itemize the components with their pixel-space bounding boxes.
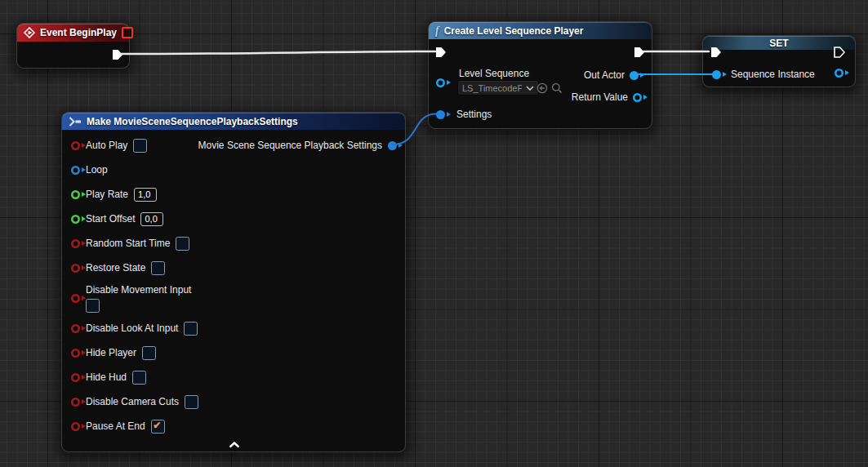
- hide-hud-checkbox[interactable]: [132, 371, 146, 385]
- level-sequence-asset-dropdown[interactable]: LS_TimecodePr: [457, 80, 539, 96]
- disable-movement-input-pin[interactable]: [71, 294, 80, 303]
- disable-camera-cuts-pin[interactable]: [71, 398, 80, 407]
- function-icon: f: [435, 25, 439, 37]
- random-start-time-checkbox[interactable]: [176, 237, 189, 251]
- settings-row: Settings: [436, 109, 492, 120]
- exec-out-pin[interactable]: [111, 48, 124, 61]
- delegate-pin[interactable]: [122, 27, 133, 38]
- sequence-instance-row: Sequence Instance: [712, 69, 815, 80]
- pin-row-play-rate: Play Rate 1,0: [71, 185, 397, 203]
- return-value-row: Return Value: [572, 91, 642, 103]
- node-set-variable[interactable]: SET Sequence Instance: [702, 35, 856, 87]
- node-title: Make MovieSceneSequencePlaybackSettings: [87, 116, 298, 127]
- hide-hud-label: Hide Hud: [86, 371, 127, 383]
- disable-movement-input-label: Disable Movement Input: [86, 284, 191, 296]
- node-make-header[interactable]: Make MovieSceneSequencePlaybackSettings: [62, 113, 405, 130]
- disable-movement-input-checkbox[interactable]: [86, 299, 100, 313]
- restore-state-pin[interactable]: [71, 264, 80, 273]
- node-title: Event BeginPlay: [40, 27, 117, 38]
- sequence-instance-pin[interactable]: [712, 70, 721, 79]
- disable-camera-cuts-checkbox[interactable]: [185, 395, 198, 409]
- pause-at-end-checkbox[interactable]: [151, 420, 165, 434]
- use-selected-asset-icon[interactable]: [536, 82, 548, 94]
- pin-row-disable-camera-cuts: Disable Camera Cuts: [71, 393, 397, 411]
- node-event-beginplay-header[interactable]: Event BeginPlay: [17, 24, 129, 42]
- node-create-level-sequence-player[interactable]: f Create Level Sequence Player Level Seq…: [428, 21, 652, 129]
- start-offset-pin[interactable]: [71, 215, 80, 224]
- disable-look-at-input-label: Disable Look At Input: [86, 322, 178, 334]
- node-create-header[interactable]: f Create Level Sequence Player: [429, 22, 652, 39]
- pin-row-hide-hud: Hide Hud: [71, 368, 397, 386]
- struct-output-label: Movie Scene Sequence Playback Settings: [198, 140, 382, 151]
- pin-row-hide-player: Hide Player: [71, 344, 397, 362]
- play-rate-pin[interactable]: [71, 190, 80, 199]
- disable-look-at-input-checkbox[interactable]: [184, 322, 198, 336]
- return-value-pin[interactable]: [633, 93, 642, 102]
- collapse-advanced-button[interactable]: [71, 438, 397, 451]
- pin-row-disable-movement-input: Disable Movement Input: [71, 283, 397, 313]
- chevron-up-icon: [229, 442, 240, 448]
- pin-row-loop: Loop: [71, 161, 397, 179]
- disable-camera-cuts-label: Disable Camera Cuts: [86, 396, 179, 407]
- random-start-time-pin[interactable]: [71, 239, 80, 248]
- pin-row-auto-play: Auto Play Movie Scene Sequence Playback …: [71, 136, 397, 154]
- start-offset-label: Start Offset: [86, 213, 135, 225]
- exec-out-pin[interactable]: [633, 46, 646, 59]
- node-title: Create Level Sequence Player: [444, 25, 584, 37]
- restore-state-label: Restore State: [86, 262, 145, 274]
- hide-player-pin[interactable]: [71, 349, 80, 358]
- pin-row-start-offset: Start Offset 0,0: [71, 210, 397, 228]
- settings-pin-label: Settings: [456, 109, 492, 120]
- exec-out-pin[interactable]: [833, 46, 846, 59]
- exec-in-pin[interactable]: [710, 46, 723, 59]
- auto-play-pin[interactable]: [71, 141, 80, 150]
- auto-play-checkbox[interactable]: [133, 139, 147, 153]
- node-event-beginplay[interactable]: Event BeginPlay: [16, 23, 130, 69]
- pin-row-pause-at-end: Pause At End: [71, 417, 397, 435]
- exec-in-pin[interactable]: [434, 46, 447, 59]
- asset-dropdown-value: LS_TimecodePr: [462, 83, 522, 93]
- chevron-down-icon: [526, 86, 534, 91]
- pause-at-end-label: Pause At End: [86, 420, 145, 432]
- hide-player-label: Hide Player: [86, 347, 136, 358]
- auto-play-label: Auto Play: [86, 140, 127, 151]
- settings-pin[interactable]: [436, 110, 445, 119]
- event-icon: [24, 27, 35, 38]
- return-value-pin-label: Return Value: [572, 91, 628, 103]
- blueprint-graph-canvas[interactable]: Event BeginPlay f Create Level Sequence …: [0, 0, 868, 467]
- start-offset-field[interactable]: 0,0: [140, 212, 163, 226]
- make-struct-icon: [69, 117, 82, 127]
- sequence-instance-pin-label: Sequence Instance: [731, 69, 815, 80]
- level-sequence-pin[interactable]: [436, 78, 445, 87]
- node-title: SET: [710, 38, 848, 49]
- node-make-playback-settings[interactable]: Make MovieSceneSequencePlaybackSettings …: [61, 112, 406, 452]
- disable-look-at-input-pin[interactable]: [71, 324, 80, 333]
- hide-player-checkbox[interactable]: [142, 346, 156, 360]
- restore-state-checkbox[interactable]: [151, 261, 165, 275]
- browse-asset-icon[interactable]: [551, 82, 563, 94]
- random-start-time-label: Random Start Time: [86, 238, 170, 249]
- playback-settings-output-pin[interactable]: [388, 141, 397, 150]
- set-output-pin[interactable]: [835, 69, 844, 78]
- level-sequence-pin-label: Level Sequence: [459, 68, 529, 79]
- out-actor-pin-label: Out Actor: [584, 69, 625, 81]
- pause-at-end-pin[interactable]: [71, 422, 80, 431]
- wire-exec-beginplay-to-create[interactable]: [120, 51, 435, 54]
- pin-row-disable-look-at-input: Disable Look At Input: [71, 319, 397, 337]
- hide-hud-pin[interactable]: [71, 373, 80, 382]
- pin-row-random-start-time: Random Start Time: [71, 234, 397, 252]
- play-rate-field[interactable]: 1,0: [134, 188, 157, 202]
- struct-output-row: Movie Scene Sequence Playback Settings: [198, 140, 397, 151]
- out-actor-row: Out Actor: [584, 69, 639, 81]
- play-rate-label: Play Rate: [86, 189, 128, 200]
- pin-row-restore-state: Restore State: [71, 259, 397, 277]
- loop-label: Loop: [86, 164, 108, 176]
- loop-pin[interactable]: [71, 166, 80, 175]
- out-actor-pin[interactable]: [630, 71, 639, 80]
